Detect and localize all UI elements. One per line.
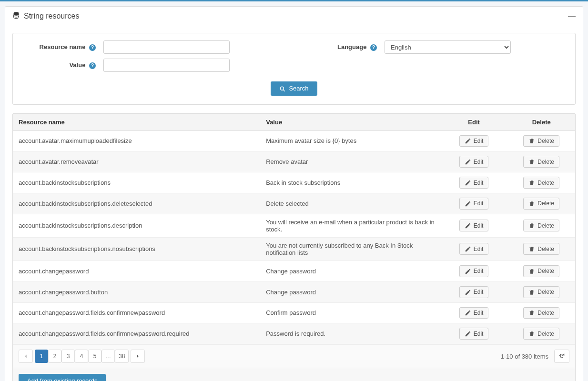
delete-button[interactable]: Delete [523,220,559,231]
cell-resource-name: account.changepassword.fields.confirmnew… [13,302,260,323]
cell-value: Change password [260,281,440,302]
table-row: account.backinstocksubscriptionsBack in … [13,172,575,193]
pencil-icon [465,330,471,337]
pencil-icon [465,158,471,165]
edit-button[interactable]: Edit [459,286,489,298]
trash-icon [528,200,535,207]
cell-value: Remove avatar [260,151,440,172]
table-row: account.changepassword.fields.confirmnew… [13,323,575,344]
page-number[interactable]: 4 [75,350,88,363]
trash-icon [528,179,535,186]
edit-button[interactable]: Edit [459,135,489,147]
search-button[interactable]: Search [271,81,317,96]
cell-resource-name: account.changepassword [13,261,260,281]
help-icon[interactable]: ? [89,44,96,51]
trash-icon [528,222,535,229]
table-row: account.avatar.maximumuploadedfilesizeMa… [13,130,575,151]
delete-button[interactable]: Delete [523,328,559,340]
table-header-row: Resource name Value Edit Delete [13,114,575,131]
pencil-icon [465,138,471,145]
panel-title-group: String resources [12,11,80,21]
delete-button[interactable]: Delete [523,135,559,147]
cell-value: You are not currently subscribed to any … [260,237,440,261]
trash-icon [528,245,535,252]
table-row: account.avatar.removeavatarRemove avatar… [13,151,575,172]
delete-button[interactable]: Delete [523,307,559,319]
pencil-icon [465,268,471,275]
delete-button[interactable]: Delete [523,243,559,255]
cell-resource-name: account.backinstocksubscriptions.descrip… [13,214,260,237]
database-icon [12,11,20,21]
resource-name-label: Resource name ? [22,43,99,51]
resource-name-input[interactable] [103,40,230,54]
col-delete: Delete [507,114,575,131]
page-prev[interactable] [19,350,33,363]
pencil-icon [465,310,471,317]
table-row: account.backinstocksubscriptions.nosubsc… [13,237,575,261]
col-resource-name: Resource name [13,114,260,131]
pencil-icon [465,179,471,186]
table-row: account.changepasswordChange passwordEdi… [13,261,575,281]
table-footer: 12345…38 1-10 of 380 items [13,344,575,368]
results-table: Resource name Value Edit Delete account.… [13,114,575,345]
edit-button[interactable]: Edit [459,177,489,189]
edit-button[interactable]: Edit [459,220,489,231]
edit-button[interactable]: Edit [459,328,489,340]
table-row: account.changepassword.buttonChange pass… [13,281,575,302]
trash-icon [528,310,535,317]
edit-button[interactable]: Edit [459,243,489,255]
cell-value: Confirm password [260,302,440,323]
page-number[interactable]: 5 [88,350,101,363]
edit-button[interactable]: Edit [459,265,489,277]
pencil-icon [465,222,471,229]
refresh-button[interactable] [554,350,569,363]
trash-icon [528,138,535,145]
delete-button[interactable]: Delete [523,265,559,277]
page-title: String resources [24,12,80,20]
cell-resource-name: account.backinstocksubscriptions [13,172,260,193]
page-ellipsis: … [101,350,115,363]
pencil-icon [465,245,471,252]
search-panel: Resource name ? Value ? [12,33,576,105]
results-table-panel: Resource name Value Edit Delete account.… [12,113,576,381]
page-number[interactable]: 38 [115,350,129,363]
cell-value: You will receive an e-mail when a partic… [260,214,440,237]
cell-resource-name: account.changepassword.button [13,281,260,302]
help-icon[interactable]: ? [370,44,377,51]
edit-button[interactable]: Edit [459,156,489,168]
language-select[interactable]: English [385,40,511,54]
table-row: account.backinstocksubscriptions.deletes… [13,193,575,214]
page-number[interactable]: 2 [48,350,61,363]
cell-value: Maximum avatar size is {0} bytes [260,130,440,151]
trash-icon [528,330,535,337]
pagination: 12345…38 [19,350,145,363]
page-next[interactable] [131,350,145,363]
edit-button[interactable]: Edit [459,198,489,210]
table-row: account.changepassword.fields.confirmnew… [13,302,575,323]
page-number[interactable]: 3 [61,350,75,363]
pencil-icon [465,200,471,207]
delete-button[interactable]: Delete [523,156,559,168]
delete-button[interactable]: Delete [523,177,559,189]
trash-icon [528,289,535,296]
value-input[interactable] [103,59,230,72]
edit-button[interactable]: Edit [459,307,489,319]
trash-icon [528,268,535,275]
language-label: Language ? [304,43,380,51]
svg-line-2 [284,90,285,91]
col-edit: Edit [440,114,508,131]
cell-resource-name: account.avatar.removeavatar [13,151,260,172]
trash-icon [528,158,535,165]
help-icon[interactable]: ? [89,62,96,69]
add-from-existing-button[interactable]: Add from existing records [19,374,106,381]
collapse-icon[interactable]: — [568,12,576,20]
pencil-icon [465,289,471,296]
table-row: account.backinstocksubscriptions.descrip… [13,214,575,237]
main-panel: String resources — Resource name ? [5,6,583,381]
delete-button[interactable]: Delete [523,286,559,298]
delete-button[interactable]: Delete [523,198,559,210]
panel-header: String resources — [5,7,583,26]
value-label: Value ? [22,61,99,69]
cell-resource-name: account.backinstocksubscriptions.nosubsc… [13,237,260,261]
page-number[interactable]: 1 [35,350,48,363]
